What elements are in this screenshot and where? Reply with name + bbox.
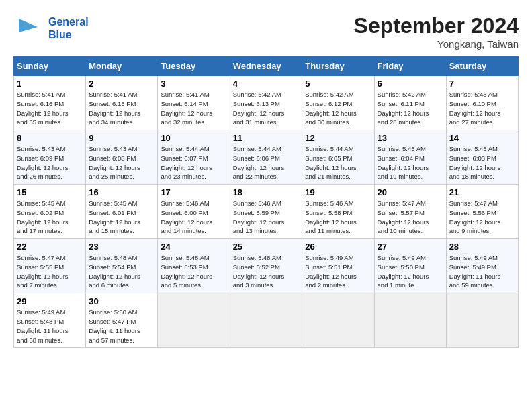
calendar-cell: 23Sunrise: 5:48 AMSunset: 5:54 PMDayligh… [86,239,158,293]
calendar-cell: 9Sunrise: 5:43 AMSunset: 6:08 PMDaylight… [86,130,158,185]
day-info: Sunrise: 5:42 AMSunset: 6:12 PMDaylight:… [305,90,371,127]
day-info: Sunrise: 5:43 AMSunset: 6:10 PMDaylight:… [449,90,515,127]
calendar-cell: 30Sunrise: 5:50 AMSunset: 5:47 PMDayligh… [86,293,158,348]
day-info: Sunrise: 5:47 AMSunset: 5:57 PMDaylight:… [378,199,443,236]
day-number: 4 [233,79,300,89]
day-number: 2 [89,79,154,89]
calendar-cell: 12Sunrise: 5:44 AMSunset: 6:05 PMDayligh… [302,130,374,185]
page-header: GeneralBlue September 2024 Yongkang, Tai… [13,13,519,50]
title-block: September 2024 Yongkang, Taiwan [354,13,519,50]
day-number: 17 [161,187,226,197]
day-info: Sunrise: 5:50 AMSunset: 5:47 PMDaylight:… [89,308,154,345]
svg-marker-0 [19,19,38,40]
calendar-cell: 7Sunrise: 5:43 AMSunset: 6:10 PMDaylight… [446,76,518,130]
day-number: 22 [17,242,83,252]
day-number: 29 [17,296,83,306]
calendar-cell: 10Sunrise: 5:44 AMSunset: 6:07 PMDayligh… [158,130,230,185]
day-number: 27 [378,242,443,252]
calendar-cell [302,293,374,348]
day-info: Sunrise: 5:45 AMSunset: 6:02 PMDaylight:… [17,199,83,236]
day-number: 11 [233,133,300,143]
calendar-cell: 21Sunrise: 5:47 AMSunset: 5:56 PMDayligh… [446,185,518,239]
day-number: 8 [17,133,83,143]
day-number: 30 [89,296,154,306]
day-info: Sunrise: 5:41 AMSunset: 6:14 PMDaylight:… [161,90,226,127]
day-number: 14 [449,133,515,143]
logo-general: General [48,15,89,28]
location: Yongkang, Taiwan [354,38,519,50]
day-info: Sunrise: 5:41 AMSunset: 6:16 PMDaylight:… [17,90,83,127]
calendar-cell: 13Sunrise: 5:45 AMSunset: 6:04 PMDayligh… [374,130,446,185]
day-number: 21 [449,187,515,197]
day-info: Sunrise: 5:45 AMSunset: 6:01 PMDaylight:… [89,199,154,236]
day-number: 24 [161,242,226,252]
day-number: 3 [161,79,226,89]
day-info: Sunrise: 5:47 AMSunset: 5:55 PMDaylight:… [17,253,83,290]
day-number: 19 [305,187,371,197]
day-info: Sunrise: 5:44 AMSunset: 6:05 PMDaylight:… [305,144,371,181]
calendar-cell: 26Sunrise: 5:49 AMSunset: 5:51 PMDayligh… [302,239,374,293]
day-info: Sunrise: 5:49 AMSunset: 5:51 PMDaylight:… [305,253,371,290]
calendar-row: 8Sunrise: 5:43 AMSunset: 6:09 PMDaylight… [14,130,519,185]
weekday-header-thursday: Thursday [302,57,374,76]
day-number: 10 [161,133,226,143]
day-info: Sunrise: 5:46 AMSunset: 5:59 PMDaylight:… [233,199,300,236]
day-number: 6 [378,79,443,89]
calendar-cell: 22Sunrise: 5:47 AMSunset: 5:55 PMDayligh… [14,239,86,293]
calendar-cell: 11Sunrise: 5:44 AMSunset: 6:06 PMDayligh… [230,130,302,185]
day-number: 12 [305,133,371,143]
calendar-cell: 20Sunrise: 5:47 AMSunset: 5:57 PMDayligh… [374,185,446,239]
weekday-header-row: SundayMondayTuesdayWednesdayThursdayFrid… [14,57,519,76]
weekday-header-friday: Friday [374,57,446,76]
day-number: 7 [449,79,515,89]
calendar-cell: 5Sunrise: 5:42 AMSunset: 6:12 PMDaylight… [302,76,374,130]
calendar-cell [158,293,230,348]
weekday-header-saturday: Saturday [446,57,518,76]
day-number: 16 [89,187,154,197]
calendar-cell: 19Sunrise: 5:46 AMSunset: 5:58 PMDayligh… [302,185,374,239]
month-title: September 2024 [354,13,519,38]
day-info: Sunrise: 5:41 AMSunset: 6:15 PMDaylight:… [89,90,154,127]
day-info: Sunrise: 5:48 AMSunset: 5:54 PMDaylight:… [89,253,154,290]
calendar-cell: 6Sunrise: 5:42 AMSunset: 6:11 PMDaylight… [374,76,446,130]
calendar-cell: 29Sunrise: 5:49 AMSunset: 5:48 PMDayligh… [14,293,86,348]
day-info: Sunrise: 5:49 AMSunset: 5:48 PMDaylight:… [17,308,83,345]
day-number: 18 [233,187,300,197]
calendar-cell: 24Sunrise: 5:48 AMSunset: 5:53 PMDayligh… [158,239,230,293]
calendar-cell: 15Sunrise: 5:45 AMSunset: 6:02 PMDayligh… [14,185,86,239]
weekday-header-monday: Monday [86,57,158,76]
calendar-cell: 14Sunrise: 5:45 AMSunset: 6:03 PMDayligh… [446,130,518,185]
calendar-cell: 17Sunrise: 5:46 AMSunset: 6:00 PMDayligh… [158,185,230,239]
day-number: 20 [378,187,443,197]
day-info: Sunrise: 5:43 AMSunset: 6:08 PMDaylight:… [89,144,154,181]
day-info: Sunrise: 5:48 AMSunset: 5:53 PMDaylight:… [161,253,226,290]
calendar-cell: 27Sunrise: 5:49 AMSunset: 5:50 PMDayligh… [374,239,446,293]
calendar-cell [374,293,446,348]
calendar-row: 15Sunrise: 5:45 AMSunset: 6:02 PMDayligh… [14,185,519,239]
day-info: Sunrise: 5:45 AMSunset: 6:03 PMDaylight:… [449,144,515,181]
calendar-row: 1Sunrise: 5:41 AMSunset: 6:16 PMDaylight… [14,76,519,130]
day-number: 1 [17,79,83,89]
calendar-cell: 16Sunrise: 5:45 AMSunset: 6:01 PMDayligh… [86,185,158,239]
calendar-cell: 28Sunrise: 5:49 AMSunset: 5:49 PMDayligh… [446,239,518,293]
day-info: Sunrise: 5:42 AMSunset: 6:11 PMDaylight:… [378,90,443,127]
day-number: 15 [17,187,83,197]
calendar-cell: 18Sunrise: 5:46 AMSunset: 5:59 PMDayligh… [230,185,302,239]
logo-icon [13,13,43,43]
calendar-cell: 1Sunrise: 5:41 AMSunset: 6:16 PMDaylight… [14,76,86,130]
logo: GeneralBlue [13,13,89,43]
day-info: Sunrise: 5:44 AMSunset: 6:06 PMDaylight:… [233,144,300,181]
day-number: 9 [89,133,154,143]
day-info: Sunrise: 5:46 AMSunset: 6:00 PMDaylight:… [161,199,226,236]
weekday-header-sunday: Sunday [14,57,86,76]
day-info: Sunrise: 5:42 AMSunset: 6:13 PMDaylight:… [233,90,300,127]
calendar-cell: 2Sunrise: 5:41 AMSunset: 6:15 PMDaylight… [86,76,158,130]
calendar-row: 29Sunrise: 5:49 AMSunset: 5:48 PMDayligh… [14,293,519,348]
calendar-cell: 8Sunrise: 5:43 AMSunset: 6:09 PMDaylight… [14,130,86,185]
weekday-header-tuesday: Tuesday [158,57,230,76]
day-number: 28 [449,242,515,252]
weekday-header-wednesday: Wednesday [230,57,302,76]
day-info: Sunrise: 5:48 AMSunset: 5:52 PMDaylight:… [233,253,300,290]
day-number: 26 [305,242,371,252]
day-number: 5 [305,79,371,89]
